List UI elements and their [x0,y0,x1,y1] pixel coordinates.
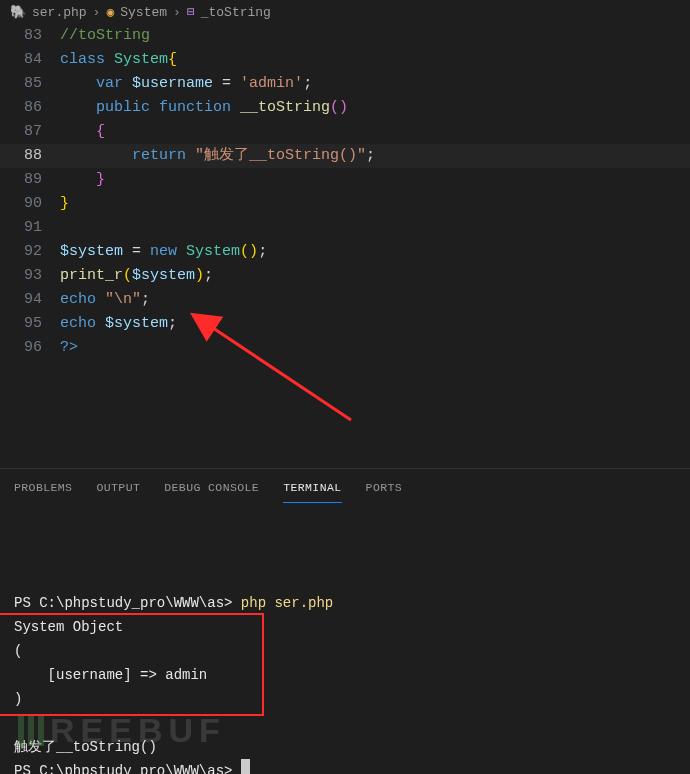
panel-tab-terminal[interactable]: TERMINAL [283,477,341,503]
code-line[interactable]: var $username = 'admin'; [60,72,690,96]
line-number: 88 [0,144,42,168]
line-number: 87 [0,120,42,144]
php-file-icon: 🐘 [10,4,26,20]
code-line[interactable]: { [60,120,690,144]
code-line[interactable]: public function __toString() [60,96,690,120]
panel-tab-output[interactable]: OUTPUT [96,477,140,503]
line-number: 96 [0,336,42,360]
code-line[interactable]: echo "\n"; [60,288,690,312]
chevron-right-icon: › [173,5,181,20]
line-number: 89 [0,168,42,192]
code-line[interactable]: $system = new System(); [60,240,690,264]
watermark: REEBUF [18,711,226,750]
code-line[interactable]: //toString [60,24,690,48]
terminal-cursor [241,759,250,774]
line-number: 92 [0,240,42,264]
breadcrumb: 🐘 ser.php › ◉ System › ⊟ _toString [0,0,690,24]
line-number: 93 [0,264,42,288]
line-number: 91 [0,216,42,240]
panel-tab-debug-console[interactable]: DEBUG CONSOLE [164,477,259,503]
code-line[interactable] [60,216,690,240]
class-icon: ◉ [106,4,114,20]
terminal-line: PS C:\phpstudy_pro\WWW\as> php ser.php [14,591,676,615]
line-number: 95 [0,312,42,336]
code-line[interactable]: } [60,192,690,216]
code-line[interactable]: echo $system; [60,312,690,336]
breadcrumb-method[interactable]: _toString [201,5,271,20]
terminal-line: [username] => admin [14,663,676,687]
line-number: 86 [0,96,42,120]
method-icon: ⊟ [187,4,195,20]
chevron-right-icon: › [93,5,101,20]
line-number: 83 [0,24,42,48]
code-line[interactable]: ?> [60,336,690,360]
terminal-line: ( [14,639,676,663]
line-number: 84 [0,48,42,72]
breadcrumb-file[interactable]: ser.php [32,5,87,20]
code-line[interactable]: print_r($system); [60,264,690,288]
code-area[interactable]: //toStringclass System{ var $username = … [60,24,690,360]
line-number: 90 [0,192,42,216]
code-editor[interactable]: 8384858687888990919293949596 //toStringc… [0,24,690,360]
terminal-line: System Object [14,615,676,639]
breadcrumb-class[interactable]: System [120,5,167,20]
panel-tab-ports[interactable]: PORTS [366,477,403,503]
line-number: 94 [0,288,42,312]
terminal-line: ) [14,687,676,711]
terminal-line: PS C:\phpstudy_pro\WWW\as> [14,759,676,774]
line-gutter: 8384858687888990919293949596 [0,24,60,360]
code-line[interactable]: } [60,168,690,192]
code-line[interactable]: class System{ [60,48,690,72]
panel-tab-problems[interactable]: PROBLEMS [14,477,72,503]
line-number: 85 [0,72,42,96]
code-line[interactable]: return "触发了__toString()"; [60,144,690,168]
panel-tabs: PROBLEMSOUTPUTDEBUG CONSOLETERMINALPORTS [0,469,690,503]
